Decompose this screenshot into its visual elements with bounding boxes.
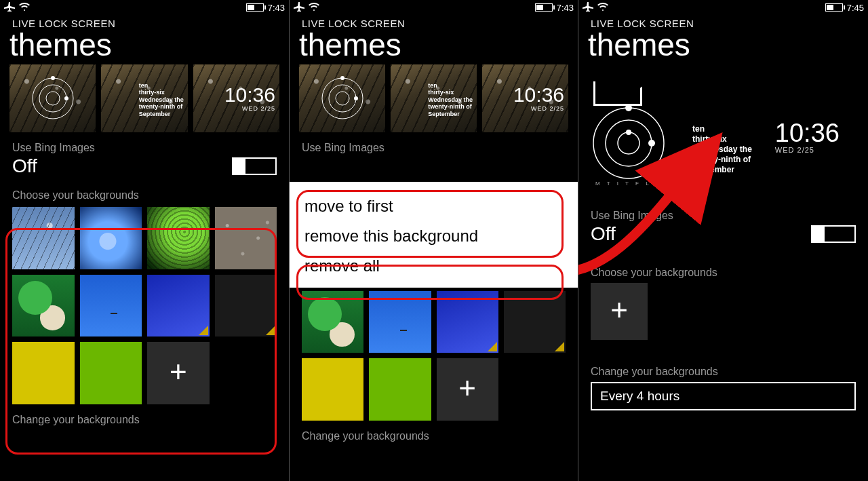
theme-preview-row: ten thirty-six Wednesday the twenty-nint… <box>0 64 289 142</box>
change-backgrounds-label: Change your backgrounds <box>290 426 578 444</box>
orbit-days: M T I T F L S <box>588 180 669 187</box>
background-tile[interactable] <box>12 342 75 404</box>
bing-toggle-value: Off <box>12 155 232 177</box>
background-tile[interactable] <box>12 275 75 337</box>
screen-1-themes: 7:43 LIVE LOCK SCREEN themes ten thirty-… <box>0 0 289 481</box>
theme-option-wordclock[interactable]: ten thirty-six Wednesday the twenty-nint… <box>101 64 187 132</box>
battery-icon <box>825 3 843 12</box>
background-tile[interactable] <box>80 275 142 337</box>
status-clock: 7:43 <box>557 3 574 13</box>
background-tile[interactable] <box>12 207 75 269</box>
context-menu: move to first remove this background rem… <box>290 182 578 288</box>
svg-point-13 <box>625 104 632 111</box>
theme-preview-row: ten thirty-six Wednesday the twenty-nint… <box>290 64 578 142</box>
status-clock: 7:45 <box>847 3 864 13</box>
svg-point-8 <box>340 76 344 80</box>
wifi-icon <box>309 2 319 14</box>
change-backgrounds-label: Change your backgrounds <box>0 410 289 427</box>
change-interval-select[interactable]: Every 4 hours <box>591 382 856 410</box>
page-title: themes <box>290 29 578 64</box>
background-tile[interactable] <box>369 291 431 353</box>
add-background-button[interactable]: + <box>147 342 210 404</box>
bing-toggle-value: Off <box>591 223 811 245</box>
svg-point-4 <box>64 96 68 100</box>
wordclock-text: ten thirty-six Wednesday the twenty-nint… <box>428 79 477 117</box>
menu-remove-all[interactable]: remove all <box>290 251 578 281</box>
theme-orbit-large[interactable]: M T I T F L S <box>588 102 669 184</box>
add-background-button[interactable]: + <box>437 358 498 420</box>
menu-remove-this[interactable]: remove this background <box>290 221 578 251</box>
theme-option-digital[interactable]: 10:36 WED 2/25 <box>482 64 568 132</box>
menu-move-to-first[interactable]: move to first <box>290 191 578 221</box>
theme-digital-large[interactable]: 10:36 WED 2/25 <box>775 102 840 154</box>
background-tile[interactable] <box>147 207 210 269</box>
status-bar: 7:43 <box>290 0 578 15</box>
svg-point-6 <box>329 85 356 112</box>
plus-icon: + <box>458 373 476 403</box>
background-grid: + <box>290 288 578 426</box>
background-tile[interactable] <box>147 275 210 337</box>
background-tile[interactable] <box>215 275 277 337</box>
background-tile[interactable] <box>80 342 142 404</box>
orbit-clock-icon <box>29 75 77 122</box>
background-tile[interactable] <box>369 358 431 420</box>
change-backgrounds-label: Change your backgrounds <box>578 362 868 379</box>
digital-clock-time: 10:36 <box>224 85 279 105</box>
background-tile[interactable] <box>437 291 498 353</box>
theme-option-digital[interactable]: 10:36 WED 2/25 <box>193 64 279 132</box>
plus-icon: + <box>610 295 628 325</box>
battery-icon <box>246 3 264 12</box>
status-bar: 7:43 <box>0 0 289 15</box>
theme-option-orbit[interactable] <box>9 64 96 132</box>
background-tile[interactable] <box>302 291 363 353</box>
battery-icon <box>535 3 553 12</box>
theme-option-wordclock[interactable]: ten thirty-six Wednesday the twenty-nint… <box>391 64 477 132</box>
digital-clock-time: 10:36 <box>775 120 840 146</box>
orbit-clock-icon <box>319 75 366 122</box>
svg-point-7 <box>336 92 349 105</box>
bing-label: Use Bing Images <box>578 210 868 223</box>
wifi-icon <box>597 2 608 14</box>
digital-clock-date: WED 2/25 <box>242 105 279 112</box>
svg-point-12 <box>618 132 639 154</box>
svg-point-3 <box>51 76 55 80</box>
airplane-mode-icon <box>4 2 15 14</box>
svg-point-11 <box>606 120 652 166</box>
page-title: themes <box>0 29 289 64</box>
orbit-clock-icon <box>588 102 669 184</box>
svg-point-1 <box>39 85 66 112</box>
background-tile[interactable] <box>504 291 566 353</box>
svg-point-14 <box>648 140 655 147</box>
wordclock-text: ten thirty-six Wednesday the twenty-nint… <box>139 79 188 117</box>
theme-wordclock-large[interactable]: ten thirty-six Wednesday the twenty-nint… <box>692 102 752 175</box>
background-tile[interactable] <box>80 207 142 269</box>
airplane-mode-icon <box>294 2 304 14</box>
choose-backgrounds-label: Choose your backgrounds <box>0 189 289 203</box>
airplane-mode-icon <box>583 2 593 14</box>
bing-label: Use Bing Images <box>290 142 578 155</box>
screen-2-context-menu: 7:43 LIVE LOCK SCREEN themes ten thirty-… <box>289 0 578 481</box>
add-background-button[interactable]: + <box>591 283 648 340</box>
background-grid: + <box>0 203 289 410</box>
background-tile[interactable] <box>215 207 277 269</box>
digital-clock-time: 10:36 <box>513 85 568 105</box>
theme-option-orbit[interactable] <box>299 64 385 132</box>
svg-point-2 <box>46 92 60 105</box>
digital-clock-date: WED 2/25 <box>531 105 568 112</box>
status-bar: 7:45 <box>578 0 868 15</box>
svg-point-15 <box>626 130 631 135</box>
plus-icon: + <box>170 357 187 387</box>
screen-3-empty: 7:45 LIVE LOCK SCREEN themes M T I T F L… <box>578 0 868 481</box>
svg-point-9 <box>354 96 358 100</box>
choose-backgrounds-label: Choose your backgrounds <box>578 267 868 280</box>
bing-toggle[interactable] <box>232 157 277 175</box>
bing-label: Use Bing Images <box>0 142 289 155</box>
background-tile[interactable] <box>302 358 363 420</box>
status-clock: 7:43 <box>268 3 285 13</box>
page-title: themes <box>578 29 868 64</box>
wifi-icon <box>19 2 30 14</box>
bing-toggle[interactable] <box>811 225 856 243</box>
